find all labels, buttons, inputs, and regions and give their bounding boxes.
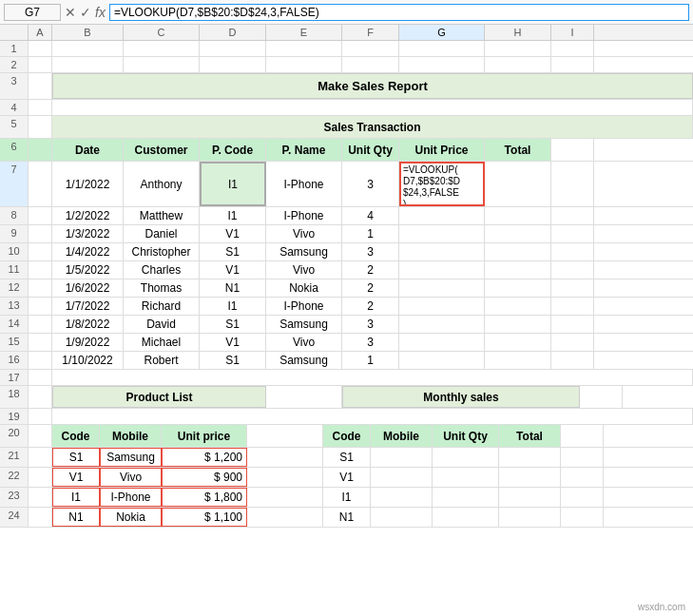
cell-b1[interactable] [52,41,124,56]
cell-date-10[interactable]: 1/4/2022 [52,243,124,260]
cell-total-12[interactable] [485,279,551,297]
cell-uprice-12[interactable] [399,279,485,297]
cell-uprice-9[interactable] [399,225,485,242]
cell-f2[interactable] [342,57,399,72]
cell-a1[interactable] [29,41,52,56]
cell-pcode-16[interactable]: S1 [200,352,266,369]
cell-customer-15[interactable]: Michael [124,334,200,351]
cell-d2[interactable] [200,57,266,72]
cell-e21[interactable] [247,448,323,467]
cell-total-14[interactable] [485,316,551,333]
cell-i10[interactable] [551,243,594,260]
cell-customer-11[interactable]: Charles [124,261,200,279]
cell-date-11[interactable]: 1/5/2022 [52,261,124,279]
cell-a14[interactable] [29,316,52,333]
cell-uprice-14[interactable] [399,316,485,333]
cell-b2[interactable] [52,57,124,72]
col-header-customer[interactable]: Customer [124,139,200,161]
cell-a12[interactable] [29,279,52,297]
cell-pname-13[interactable]: I-Phone [266,298,342,315]
cell-total-13[interactable] [485,298,551,315]
formula-input[interactable]: =VLOOKUP(D7,$B$20:$D$24,3,FALSE) [109,4,689,21]
ms-total-s1[interactable] [499,448,561,467]
cell-total-9[interactable] [485,225,551,242]
cell-total-10[interactable] [485,243,551,260]
cell-e1[interactable] [266,41,342,56]
cell-b4[interactable] [52,100,693,115]
cell-i18[interactable] [580,386,623,408]
cell-e23[interactable] [247,488,323,507]
cell-i16[interactable] [551,352,594,369]
cell-total-7[interactable] [485,162,551,206]
cancel-icon[interactable]: ✕ [65,5,76,20]
cell-g1[interactable] [399,41,485,56]
prod-code-v1[interactable]: V1 [52,468,100,487]
cell-customer-10[interactable]: Christopher [124,243,200,260]
prod-code-i1[interactable]: I1 [52,488,100,507]
cell-customer-8[interactable]: Matthew [124,207,200,224]
monthly-sales-title[interactable]: Monthly sales [342,386,580,408]
prod-mobile-s1[interactable]: Samsung [100,448,162,467]
cell-b17[interactable] [52,370,693,385]
cell-qty-16[interactable]: 1 [342,352,399,369]
cell-b19[interactable] [52,409,693,424]
cell-a13[interactable] [29,298,52,315]
cell-pname-9[interactable]: Vivo [266,225,342,242]
cell-date-8[interactable]: 1/2/2022 [52,207,124,224]
cell-a18[interactable] [29,386,52,408]
cell-e2[interactable] [266,57,342,72]
cell-a24[interactable] [29,508,52,527]
ms-code-v1[interactable]: V1 [323,468,371,487]
cell-qty-14[interactable]: 3 [342,316,399,333]
cell-a16[interactable] [29,352,52,369]
prod-code-s1[interactable]: S1 [52,448,100,467]
prod-mobile-i1[interactable]: I-Phone [100,488,162,507]
ms-header-code[interactable]: Code [323,425,371,447]
cell-qty-8[interactable]: 4 [342,207,399,224]
prod-price-n1[interactable]: $ 1,100 [162,508,247,527]
cell-total-16[interactable] [485,352,551,369]
cell-h1[interactable] [485,41,551,56]
cell-d1[interactable] [200,41,266,56]
cell-e18[interactable] [266,386,342,408]
prod-header-code[interactable]: Code [52,425,100,447]
cell-e22[interactable] [247,468,323,487]
prod-price-s1[interactable]: $ 1,200 [162,448,247,467]
cell-i8[interactable] [551,207,594,224]
sales-title-cell[interactable]: Sales Transaction [52,116,693,138]
cell-total-8[interactable] [485,207,551,224]
cell-pcode-15[interactable]: V1 [200,334,266,351]
cell-h2[interactable] [485,57,551,72]
cell-total-11[interactable] [485,261,551,279]
prod-header-price[interactable]: Unit price [162,425,247,447]
cell-a9[interactable] [29,225,52,242]
cell-a2[interactable] [29,57,52,72]
cell-a4[interactable] [29,100,52,115]
cell-pcode-13[interactable]: I1 [200,298,266,315]
cell-pname-15[interactable]: Vivo [266,334,342,351]
cell-i22[interactable] [561,468,604,487]
col-header-qty[interactable]: Unit Qty [342,139,399,161]
cell-pname-8[interactable]: I-Phone [266,207,342,224]
cell-i14[interactable] [551,316,594,333]
prod-price-v1[interactable]: $ 900 [162,468,247,487]
cell-i15[interactable] [551,334,594,351]
cell-pcode-7[interactable]: I1 [200,162,266,206]
ms-qty-n1[interactable] [433,508,499,527]
cell-qty-11[interactable]: 2 [342,261,399,279]
cell-pname-12[interactable]: Nokia [266,279,342,297]
formula-icons[interactable]: ✕ ✓ fx [65,5,106,20]
ms-header-qty[interactable]: Unit Qty [433,425,499,447]
cell-a3[interactable] [29,73,52,99]
cell-date-15[interactable]: 1/9/2022 [52,334,124,351]
ms-mobile-n1[interactable] [371,508,433,527]
cell-a11[interactable] [29,261,52,279]
cell-i7[interactable] [551,162,594,206]
ms-header-total[interactable]: Total [499,425,561,447]
cell-uprice-16[interactable] [399,352,485,369]
prod-code-n1[interactable]: N1 [52,508,100,527]
ms-code-n1[interactable]: N1 [323,508,371,527]
ms-mobile-v1[interactable] [371,468,433,487]
cell-f1[interactable] [342,41,399,56]
ms-header-mobile[interactable]: Mobile [371,425,433,447]
